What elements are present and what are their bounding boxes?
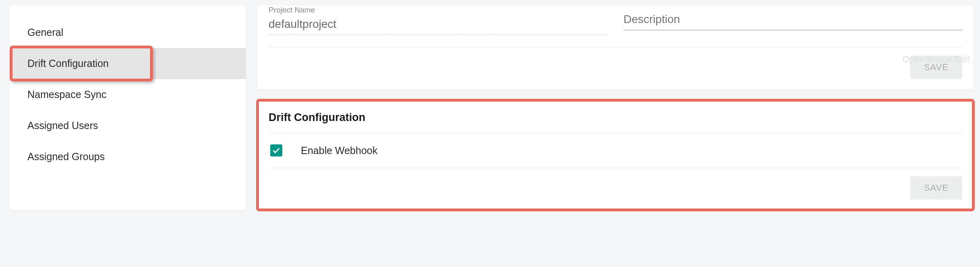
divider [269, 47, 962, 48]
project-form-row: Project Name [269, 6, 962, 35]
drift-card-title: Drift Configuration [269, 111, 962, 133]
enable-webhook-checkbox[interactable] [270, 144, 282, 156]
save-button[interactable]: SAVE [910, 176, 962, 200]
project-name-input[interactable] [269, 15, 607, 35]
main-content: Project Name SAVE Open Snagit Edit Drift… [257, 6, 974, 210]
sidebar-item-label: Assigned Users [27, 120, 98, 131]
project-name-label: Project Name [269, 6, 607, 15]
checkmark-icon [272, 146, 281, 155]
card-footer: SAVE [269, 56, 962, 79]
enable-webhook-row: Enable Webhook [269, 133, 962, 168]
description-input[interactable] [623, 6, 962, 30]
sidebar-item-label: Drift Configuration [27, 58, 108, 69]
card-footer: SAVE [269, 176, 962, 200]
sidebar-item-label: Assigned Groups [27, 151, 105, 162]
sidebar-item-general[interactable]: General [10, 17, 246, 48]
sidebar-item-label: General [27, 27, 63, 38]
description-field-wrapper [623, 6, 962, 35]
settings-sidebar: General Drift Configuration Namespace Sy… [10, 6, 246, 210]
page-container: General Drift Configuration Namespace Sy… [0, 0, 980, 217]
save-button[interactable]: SAVE [910, 56, 962, 79]
sidebar-item-drift-configuration[interactable]: Drift Configuration [10, 48, 246, 79]
enable-webhook-label: Enable Webhook [301, 145, 377, 156]
sidebar-item-assigned-users[interactable]: Assigned Users [10, 110, 246, 141]
project-name-field-wrapper: Project Name [269, 6, 607, 35]
project-settings-card: Project Name SAVE Open Snagit Edit [257, 6, 974, 90]
drift-configuration-card: Drift Configuration Enable Webhook SAVE [257, 100, 974, 210]
sidebar-item-label: Namespace Sync [27, 89, 106, 100]
sidebar-item-namespace-sync[interactable]: Namespace Sync [10, 79, 246, 110]
sidebar-item-assigned-groups[interactable]: Assigned Groups [10, 141, 246, 172]
